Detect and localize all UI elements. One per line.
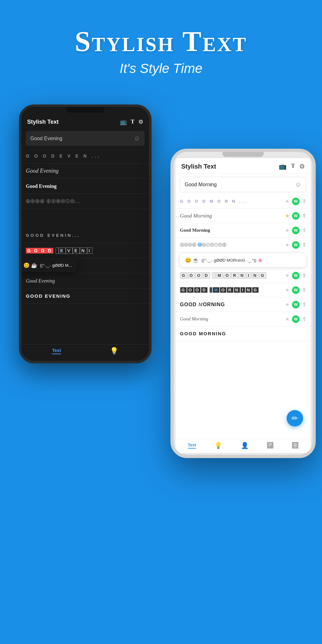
whatsapp-icon-2[interactable]: W [292, 212, 300, 220]
dark-row-3[interactable]: Good Evening [21, 179, 149, 194]
dark-input-text: Good Evening [30, 136, 62, 141]
dark-row-4[interactable]: Ⓖⓞⓞⓓ Ⓔⓥⓔⓝⓘⓝ... [21, 194, 149, 209]
light-text-cursive: Good Morning [180, 213, 285, 219]
settings-icon[interactable]: ⚙ [138, 118, 143, 125]
share-icon-4[interactable]: ⇧ [302, 242, 306, 248]
light-row-6[interactable]: GOOD MORNING ★ W ⇧ [176, 268, 311, 283]
light-bottom-bar: Text 💡 👤 🅿 🅱 [176, 439, 311, 452]
light-row-1[interactable]: G O O D M O R N ... ★ W ⇧ [176, 194, 311, 209]
light-settings-icon[interactable]: ⚙ [299, 163, 305, 170]
light-row-8[interactable]: GOOD MORNING ★ W ⇧ [176, 297, 311, 312]
star-icon-8[interactable]: ★ [285, 301, 289, 307]
dark-text-spaced: G O O D E V E N ... [26, 153, 101, 158]
fab-edit-button[interactable]: ✏ [287, 410, 303, 426]
light-input-area[interactable]: Good Morning ☺ [180, 177, 306, 192]
whatsapp-icon-1[interactable]: W [292, 198, 300, 205]
light-row-icons-9: ★ W ⇧ [285, 315, 306, 323]
light-phone-title: Stylish Text [181, 163, 216, 170]
share-icon-8[interactable]: ⇧ [302, 301, 306, 307]
light-tab-2[interactable]: 💡 [214, 442, 222, 449]
dark-tab-icon[interactable]: 💡 [110, 347, 118, 355]
dark-row-10[interactable]: GOOD EVENING [21, 289, 149, 304]
dark-text-cursive: Good Evening [26, 168, 58, 174]
light-text-elegant: Good Morning [180, 316, 285, 322]
light-header-icons: 📺 𝐓 ⚙ [279, 163, 305, 170]
light-phone-notch [223, 152, 264, 157]
light-tab-text-item[interactable]: Text [188, 443, 196, 449]
star-icon-1[interactable]: ★ [285, 198, 289, 204]
dark-emoji-popup: 😊 ☕ ((°·._.· gØØD M... [19, 259, 77, 272]
light-text-large: GOOD MORNING [180, 302, 285, 307]
light-row-icons-7: ★ W ⇧ [285, 286, 306, 294]
dark-text-caps: GOOD EVENING [26, 293, 71, 299]
app-main-title: Stylish Text [0, 25, 322, 58]
light-phone: Stylish Text 📺 𝐓 ⚙ Good Morning ☺ G O O … [170, 149, 316, 458]
whatsapp-icon-9[interactable]: W [292, 315, 300, 323]
light-row-7[interactable]: GOOD MORNING ★ W ⇧ [176, 283, 311, 297]
whatsapp-icon-7[interactable]: W [292, 286, 300, 294]
light-row-4[interactable]: Ⓖⓞⓞⓓ Ⓜⓞⓡⓝⓘⓝⓖ ★ W ⇧ [176, 238, 311, 252]
share-icon-2[interactable]: ⇧ [302, 213, 306, 219]
dark-row-1[interactable]: G O O D E V E N ... [21, 148, 149, 164]
dark-text-circle: Ⓖⓞⓞⓓ Ⓔⓥⓔⓝⓘⓝ... [26, 199, 80, 204]
bottom-text-label: Text [117, 603, 128, 609]
dark-phone-header: Stylish Text 📺 𝐓 ⚙ [21, 115, 149, 128]
star-icon-2[interactable]: ★ [285, 213, 289, 219]
light-row-icons-2: ★ W ⇧ [285, 212, 306, 220]
share-icon-9[interactable]: ⇧ [302, 316, 306, 322]
whatsapp-icon-6[interactable]: W [292, 272, 300, 279]
light-phone-screen: Stylish Text 📺 𝐓 ⚙ Good Morning ☺ G O O … [176, 158, 311, 453]
whatsapp-icon-4[interactable]: W [292, 241, 300, 249]
light-row-icons-1: ★ W ⇧ [285, 198, 306, 205]
light-row-2[interactable]: Good Morning ★ W ⇧ [176, 209, 311, 223]
light-tab-icon-4[interactable]: 🅿 [267, 442, 273, 449]
dark-row-9[interactable]: Good Evening [21, 273, 149, 289]
whatsapp-icon-8[interactable]: W [292, 301, 300, 308]
light-font-icon[interactable]: 𝐓 [291, 163, 295, 170]
tv-icon[interactable]: 📺 [120, 118, 127, 125]
share-icon-1[interactable]: ⇧ [302, 198, 306, 204]
light-tab-text[interactable]: Text [188, 443, 196, 449]
light-row-icons-4: ★ W ⇧ [285, 241, 306, 249]
phones-container: Stylish Text 📺 𝐓 ⚙ Good Evening ☺ G O O … [0, 86, 322, 603]
star-icon-3[interactable]: ★ [285, 227, 289, 233]
light-text-caps: GOOD MORNING [180, 331, 306, 336]
light-emoji-button[interactable]: ☺ [295, 181, 301, 188]
light-row-9[interactable]: Good Morning ★ W ⇧ [176, 312, 311, 326]
edit-icon: ✏ [292, 414, 298, 423]
font-icon[interactable]: 𝐓 [131, 118, 134, 125]
light-tab-icon-2[interactable]: 💡 [214, 442, 222, 449]
dark-phone: Stylish Text 📺 𝐓 ⚙ Good Evening ☺ G O O … [19, 104, 152, 363]
star-icon-7[interactable]: ★ [285, 287, 289, 293]
dark-row-7[interactable]: GOOD EVENI... [21, 243, 149, 258]
dark-phone-title: Stylish Text [27, 119, 59, 125]
star-icon-6[interactable]: ★ [285, 272, 289, 278]
light-popup-emojis: 😊 ☕ [185, 257, 199, 263]
dark-tab-text[interactable]: Text [52, 348, 61, 354]
light-tab-3[interactable]: 👤 [241, 442, 249, 449]
light-tab-4[interactable]: 🅿 [267, 442, 273, 449]
dark-emoji-button[interactable]: ☺ [134, 135, 140, 142]
dark-phone-notch [66, 107, 104, 113]
share-icon-6[interactable]: ⇧ [302, 272, 306, 278]
star-icon-4[interactable]: ★ [285, 242, 289, 248]
light-row-10[interactable]: GOOD MORNING [176, 326, 311, 341]
dark-row-6[interactable]: GOOD EVENIN... [21, 228, 149, 243]
dark-popup-text: ((°·._.· gØØD M... [40, 263, 72, 268]
dark-input-area[interactable]: Good Evening ☺ [26, 131, 145, 146]
header-section: Stylish Text It's Style Time [0, 0, 322, 76]
share-icon-3[interactable]: ⇧ [302, 227, 306, 233]
light-row-3[interactable]: Good Morning ★ W ⇧ [176, 223, 311, 238]
whatsapp-icon-3[interactable]: W [292, 227, 300, 234]
light-tab-icon-5[interactable]: 🅱 [292, 442, 298, 449]
dark-row-2[interactable]: Good Evening [21, 164, 149, 179]
light-tab-icon-3[interactable]: 👤 [241, 442, 249, 449]
dark-text-boxed: GOOD EVENI... [26, 248, 99, 253]
emoji-popup-dark-emojis: 😊 ☕ [23, 262, 37, 268]
share-icon-7[interactable]: ⇧ [302, 287, 306, 293]
light-tv-icon[interactable]: 📺 [279, 163, 287, 170]
app-sub-title: It's Style Time [0, 61, 322, 76]
light-row-icons-8: ★ W ⇧ [285, 301, 306, 308]
star-icon-9[interactable]: ★ [285, 316, 289, 322]
light-tab-5[interactable]: 🅱 [292, 442, 298, 449]
